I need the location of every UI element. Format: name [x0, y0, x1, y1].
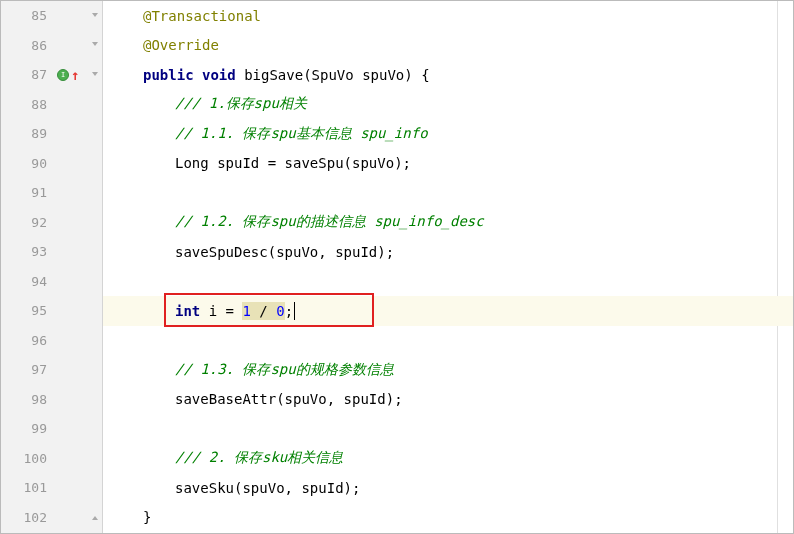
code-line[interactable]: // 1.1. 保存spu基本信息 spu_info — [103, 119, 793, 149]
code-line[interactable]: // 1.2. 保存spu的描述信息 spu_info_desc — [103, 208, 793, 238]
code-line[interactable]: @Transactional — [103, 1, 793, 31]
line-number: 88 — [1, 97, 57, 112]
line-number: 92 — [1, 215, 57, 230]
line-number: 100 — [1, 451, 57, 466]
override-arrow-icon[interactable]: ↑ — [71, 68, 79, 82]
code-line[interactable]: @Override — [103, 31, 793, 61]
code-line[interactable]: int i = 1 / 0; — [103, 296, 793, 326]
gutter-row[interactable]: 101 — [1, 473, 102, 503]
fold-mark-icon[interactable] — [90, 40, 100, 50]
token-txt: } — [143, 509, 151, 525]
token-comment: // 1.2. 保存spu的描述信息 spu_info_desc — [175, 213, 484, 231]
token-txt: saveSpuDesc(spuVo, spuId); — [175, 244, 394, 260]
token-txt: saveSku(spuVo, spuId); — [175, 480, 360, 496]
token-txt: / — [251, 303, 276, 319]
code-line[interactable]: public void bigSave(SpuVo spuVo) { — [103, 60, 793, 90]
gutter-row[interactable]: 95 — [1, 296, 102, 326]
gutter-row[interactable]: 97 — [1, 355, 102, 385]
gutter-row[interactable]: 100 — [1, 444, 102, 474]
gutter-row[interactable]: 89 — [1, 119, 102, 149]
highlighted-expression: 1 / 0 — [242, 302, 284, 320]
code-editor[interactable]: @Transactional@Overridepublic void bigSa… — [103, 1, 793, 533]
code-line[interactable]: /// 2. 保存sku相关信息 — [103, 444, 793, 474]
gutter-row[interactable]: 87I↑ — [1, 60, 102, 90]
code-line[interactable] — [103, 414, 793, 444]
gutter-row[interactable]: 88 — [1, 90, 102, 120]
gutter-row[interactable]: 99 — [1, 414, 102, 444]
token-txt: ; — [285, 303, 293, 319]
line-number: 99 — [1, 421, 57, 436]
fold-mark-icon[interactable] — [90, 11, 100, 21]
implements-icon[interactable]: I — [57, 69, 69, 81]
token-txt: i = — [200, 303, 242, 319]
token-comment: // 1.3. 保存spu的规格参数信息 — [175, 361, 394, 379]
code-line[interactable] — [103, 267, 793, 297]
token-txt: saveBaseAttr(spuVo, spuId); — [175, 391, 403, 407]
code-line[interactable]: } — [103, 503, 793, 533]
gutter-row[interactable]: 98 — [1, 385, 102, 415]
code-line[interactable]: Long spuId = saveSpu(spuVo); — [103, 149, 793, 179]
text-caret — [294, 302, 295, 320]
token-num: 0 — [276, 303, 284, 319]
token-num: 1 — [242, 303, 250, 319]
line-number: 89 — [1, 126, 57, 141]
code-line[interactable] — [103, 178, 793, 208]
token-txt: bigSave(SpuVo spuVo) { — [236, 67, 430, 83]
line-number: 87 — [1, 67, 57, 82]
line-number: 102 — [1, 510, 57, 525]
code-line[interactable]: saveBaseAttr(spuVo, spuId); — [103, 385, 793, 415]
gutter-row[interactable]: 94 — [1, 267, 102, 297]
gutter-row[interactable]: 90 — [1, 149, 102, 179]
gutter-row[interactable]: 102 — [1, 503, 102, 533]
gutter-row[interactable]: 86 — [1, 31, 102, 61]
fold-mark-icon[interactable] — [90, 70, 100, 80]
line-number: 98 — [1, 392, 57, 407]
fold-mark-icon[interactable] — [90, 512, 100, 522]
gutter-row[interactable]: 91 — [1, 178, 102, 208]
line-number: 95 — [1, 303, 57, 318]
line-number: 101 — [1, 480, 57, 495]
token-comment: /// 2. 保存sku相关信息 — [175, 449, 343, 467]
token-txt: Long spuId = saveSpu(spuVo); — [175, 155, 411, 171]
gutter-row[interactable]: 96 — [1, 326, 102, 356]
line-number: 94 — [1, 274, 57, 289]
token-comment: // 1.1. 保存spu基本信息 spu_info — [175, 125, 428, 143]
code-line[interactable]: // 1.3. 保存spu的规格参数信息 — [103, 355, 793, 385]
token-anno: @Override — [143, 37, 219, 53]
gutter-row[interactable]: 92 — [1, 208, 102, 238]
code-line[interactable]: saveSpuDesc(spuVo, spuId); — [103, 237, 793, 267]
code-line[interactable]: saveSku(spuVo, spuId); — [103, 473, 793, 503]
token-kw: int — [175, 303, 200, 319]
token-kw: public void — [143, 67, 236, 83]
line-number: 86 — [1, 38, 57, 53]
line-number: 97 — [1, 362, 57, 377]
token-anno: @Transactional — [143, 8, 261, 24]
line-number: 96 — [1, 333, 57, 348]
line-number: 85 — [1, 8, 57, 23]
line-number: 90 — [1, 156, 57, 171]
line-number: 93 — [1, 244, 57, 259]
gutter-row[interactable]: 93 — [1, 237, 102, 267]
code-line[interactable] — [103, 326, 793, 356]
gutter: 858687I↑88899091929394959697989910010110… — [1, 1, 103, 533]
token-comment: /// 1.保存spu相关 — [175, 95, 307, 113]
code-line[interactable]: /// 1.保存spu相关 — [103, 90, 793, 120]
line-number: 91 — [1, 185, 57, 200]
gutter-row[interactable]: 85 — [1, 1, 102, 31]
